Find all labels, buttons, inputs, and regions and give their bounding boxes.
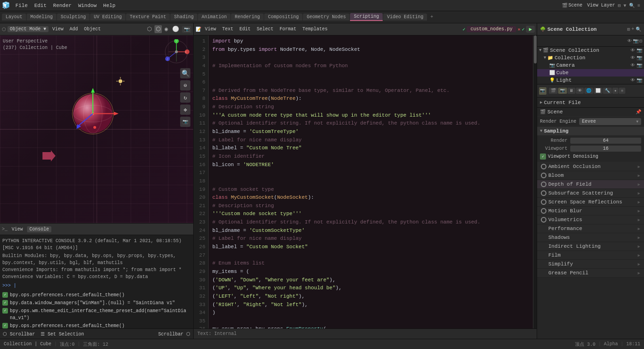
editor-view-btn[interactable]: View bbox=[203, 26, 218, 32]
menu-edit[interactable]: Edit bbox=[31, 2, 49, 9]
console-view-btn[interactable]: View bbox=[9, 226, 25, 232]
ao-circle[interactable] bbox=[541, 164, 546, 169]
viewport-view-btn[interactable]: View bbox=[50, 26, 66, 32]
ws-tab-video[interactable]: Video Editing bbox=[383, 14, 427, 21]
console-tab[interactable]: Console bbox=[27, 226, 51, 232]
nav-gizmo[interactable]: X Y Z bbox=[164, 39, 189, 65]
ws-tab-compositing[interactable]: Compositing bbox=[264, 14, 302, 21]
props-tab-modifier[interactable]: 🔧 bbox=[603, 88, 612, 94]
dof-circle[interactable] bbox=[541, 181, 546, 187]
viewport-camera-btn[interactable]: 📷 bbox=[182, 26, 191, 33]
effect-film[interactable]: Film ▶ bbox=[537, 251, 644, 260]
ws-tab-modeling[interactable]: Modeling bbox=[27, 14, 56, 21]
tree-eye-collection[interactable]: 👁 bbox=[630, 55, 635, 61]
scene-pin-icon[interactable]: 📌 bbox=[636, 109, 641, 115]
scrollbar-btn-right[interactable]: Scrollbar ⬡ bbox=[158, 331, 190, 337]
sampling-header[interactable]: ▼ Sampling bbox=[537, 127, 644, 135]
outliner-icon-new[interactable]: + bbox=[631, 27, 634, 32]
props-tab-world[interactable]: 🌐 bbox=[584, 88, 593, 94]
props-tab-physics[interactable]: ⚛ bbox=[619, 88, 625, 94]
render-value-input[interactable]: 64 bbox=[570, 138, 641, 144]
ws-tab-sculpting[interactable]: Sculpting bbox=[57, 14, 90, 21]
props-icon-render[interactable]: 📷 bbox=[539, 87, 546, 95]
outliner-select-icon[interactable]: ⊡ bbox=[639, 38, 642, 44]
menu-file[interactable]: File bbox=[13, 2, 30, 9]
menu-help[interactable]: Help bbox=[100, 2, 118, 9]
bloom-circle[interactable] bbox=[541, 173, 546, 178]
ssr-circle[interactable] bbox=[541, 199, 546, 205]
render-engine-dropdown[interactable]: Eevee ▼ bbox=[579, 118, 641, 125]
viewport-add-btn[interactable]: Add bbox=[67, 26, 80, 32]
effect-indirect-lighting[interactable]: Indirect Lighting ▶ bbox=[537, 242, 644, 251]
file-icon-x[interactable]: ✕ bbox=[518, 27, 520, 32]
set-selection-btn[interactable]: ☰ Set Selection bbox=[41, 331, 84, 337]
tree-cam-collection[interactable]: 📷 bbox=[637, 55, 642, 61]
ws-tab-add[interactable]: + bbox=[427, 14, 436, 21]
editor-scrollbar[interactable] bbox=[533, 35, 537, 328]
ws-tab-uv[interactable]: UV Editing bbox=[90, 14, 126, 21]
tree-cam-camera[interactable]: 📷 bbox=[637, 63, 642, 68]
ws-tab-layout[interactable]: Layout bbox=[2, 14, 26, 21]
mb-circle[interactable] bbox=[541, 208, 546, 214]
editor-text-btn[interactable]: Text bbox=[220, 26, 236, 32]
file-icon-check[interactable]: ✓ bbox=[522, 27, 525, 32]
effect-simplify[interactable]: Simplify ▶ bbox=[537, 260, 644, 269]
scrollbar-btn-left[interactable]: ⬡ Scrollbar bbox=[3, 331, 35, 337]
effect-motion-blur[interactable]: Motion Blur ▶ bbox=[537, 207, 644, 216]
shading-solid[interactable]: ⬡ bbox=[154, 25, 162, 33]
ws-tab-scripting[interactable]: Scripting bbox=[350, 13, 383, 21]
viewport-denoising-checkbox[interactable]: ✓ bbox=[540, 154, 546, 160]
viewport-value-input[interactable]: 16 bbox=[570, 146, 641, 152]
viewport-object-btn[interactable]: Object bbox=[82, 26, 103, 32]
tree-cam-scene[interactable]: 📷 bbox=[637, 48, 642, 53]
ws-tab-animation[interactable]: Animation bbox=[198, 14, 231, 21]
code-content[interactable]: import bpy from bpy.types import NodeTre… bbox=[209, 35, 533, 328]
outliner-icon-search[interactable]: 🔍 bbox=[636, 27, 641, 32]
tree-item-scene-collection[interactable]: ▼ 🎬 Scene Collection 👁 📷 bbox=[537, 47, 644, 54]
tree-item-collection[interactable]: ▼ 📁 Collection 👁 📷 bbox=[537, 54, 644, 62]
viewport-mode-dropdown[interactable]: Object Mode ▼ bbox=[7, 26, 49, 32]
effect-shadows[interactable]: Shadows ▶ bbox=[537, 233, 644, 242]
outliner-render-icon[interactable]: 📷 bbox=[633, 38, 638, 44]
outliner-eye-icon[interactable]: 👁 bbox=[627, 38, 632, 44]
vol-circle[interactable] bbox=[541, 217, 546, 223]
effect-grease-pencil[interactable]: Grease Pencil ▶ bbox=[537, 269, 644, 278]
props-tab-output[interactable]: 🖥 bbox=[567, 88, 575, 94]
props-tab-scene[interactable]: 🎬 bbox=[549, 88, 558, 94]
tree-item-camera[interactable]: 📷 Camera 👁 📷 bbox=[537, 62, 644, 69]
shading-rendered[interactable]: ⚪ bbox=[171, 25, 181, 33]
cube-mesh[interactable] bbox=[67, 88, 119, 140]
shading-wireframe[interactable]: ⬡ bbox=[146, 25, 153, 33]
effect-bloom[interactable]: Bloom ▶ bbox=[537, 171, 644, 180]
effect-performance[interactable]: Performance ▶ bbox=[537, 224, 644, 233]
ws-tab-shading[interactable]: Shading bbox=[170, 14, 197, 21]
effect-sss[interactable]: Subsurface Scattering ▶ bbox=[537, 189, 644, 198]
vc-camera[interactable]: 📷 bbox=[180, 117, 190, 127]
props-tab-particles[interactable]: ✦ bbox=[612, 88, 618, 94]
vc-zoom-out[interactable]: ⊖ bbox=[180, 80, 190, 91]
tree-cam-light[interactable]: 📷 bbox=[637, 77, 642, 83]
tree-item-light[interactable]: 💡 Light 👁 📷 bbox=[537, 77, 644, 84]
effect-ambient-occlusion[interactable]: Ambient Occlusion ▶ bbox=[537, 162, 644, 171]
effect-volumetrics[interactable]: Volumetrics ▶ bbox=[537, 216, 644, 224]
vc-zoom-in[interactable]: 🔍 bbox=[180, 68, 190, 78]
editor-templates-btn[interactable]: Templates bbox=[300, 26, 330, 32]
effect-ssr[interactable]: Screen Space Reflections ▶ bbox=[537, 198, 644, 207]
props-tab-view[interactable]: 👁 bbox=[576, 88, 584, 94]
editor-select-btn[interactable]: Select bbox=[254, 26, 276, 32]
ws-tab-texture[interactable]: Texture Paint bbox=[126, 14, 170, 21]
props-tab-render[interactable]: 📷 bbox=[558, 88, 567, 94]
file-run-btn[interactable]: ▶ bbox=[526, 26, 535, 33]
ws-tab-geometry[interactable]: Geometry Nodes bbox=[303, 14, 350, 21]
tree-eye-camera[interactable]: 👁 bbox=[630, 63, 635, 68]
props-tab-object[interactable]: ⬜ bbox=[594, 88, 602, 94]
viewport-body[interactable]: User Perspective (237) Collection | Cube… bbox=[0, 35, 193, 223]
shading-material[interactable]: ◉ bbox=[163, 25, 169, 33]
effect-depth-of-field[interactable]: Depth of Field ▶ bbox=[537, 180, 644, 189]
sss-circle[interactable] bbox=[541, 190, 546, 196]
menu-window[interactable]: Window bbox=[75, 2, 99, 9]
vc-rotate[interactable]: ↻ bbox=[180, 92, 190, 103]
vc-pan[interactable]: ✥ bbox=[180, 105, 190, 115]
editor-edit-btn[interactable]: Edit bbox=[237, 26, 253, 32]
outliner-icon-filter[interactable]: ⊞ bbox=[627, 27, 630, 32]
